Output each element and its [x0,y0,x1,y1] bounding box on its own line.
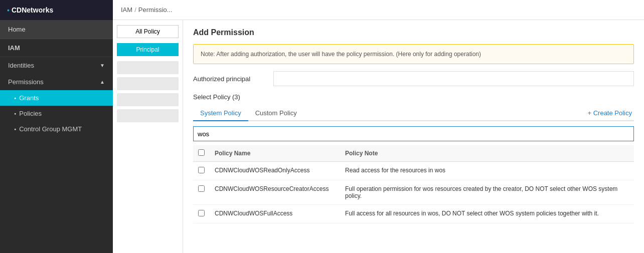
sidebar-iam-header: IAM [0,39,113,57]
policy-note-cell: Full access for all resources in wos, DO… [340,205,634,223]
nav-home[interactable]: Home [0,20,113,39]
logo-text: CDNetworks [12,6,53,14]
select-policy-title: Select Policy (3) [193,93,634,101]
breadcrumb-separator: / [134,6,136,14]
sidebar-item-grants[interactable]: ● Grants [0,90,113,106]
policy-note-cell: Full operation permission for wos resour… [340,180,634,205]
select-all-checkbox[interactable] [198,149,205,156]
dot-icon: ● [14,112,16,115]
dot-icon: ● [14,96,16,100]
authorized-principal-label: Authorized principal [193,75,268,83]
policy-name-cell: CDNWCloudWOSResourceCreatorAccess [210,180,340,205]
sidebar-section-identities[interactable]: Identities ▼ [0,57,113,74]
table-row: CDNWCloudWOSFullAccess Full access for a… [193,205,634,223]
sidebar-item-policies[interactable]: ● Policies [0,106,113,121]
th-policy-name: Policy Name [210,145,340,162]
breadcrumb: IAM / Permissio... [113,0,644,20]
th-policy-note: Policy Note [340,145,634,162]
authorized-principal-input[interactable] [273,71,634,86]
panel-title: Add Permission [193,28,634,37]
policy-name-cell: CDNWCloudWOSReadOnlyAccess [210,162,340,180]
all-policy-button[interactable]: All Policy [117,25,179,38]
tab-custom-policy[interactable]: Custom Policy [248,106,304,121]
row-checkbox[interactable] [198,167,205,173]
row-checkbox[interactable] [198,185,205,192]
policy-note-cell: Read access for the resources in wos [340,162,634,180]
chevron-up-icon: ▲ [100,79,105,85]
policy-name-cell: CDNWCloudWOSFullAccess [210,205,340,223]
chevron-down-icon: ▼ [100,63,105,68]
sidebar-section-permissions[interactable]: Permissions ▲ [0,74,113,90]
breadcrumb-current: Permissio... [138,6,173,14]
sidebar-item-control-group[interactable]: ● Control Group MGMT [0,121,113,137]
placeholder-row [117,61,179,74]
search-input[interactable] [193,126,634,141]
policy-table: Policy Name Policy Note CDNWCloudWOSRead… [193,145,634,223]
create-policy-link[interactable]: + Create Policy [587,109,634,117]
placeholder-row [117,109,179,122]
table-row: CDNWCloudWOSResourceCreatorAccess Full o… [193,180,634,205]
table-row: CDNWCloudWOSReadOnlyAccess Read access f… [193,162,634,180]
placeholder-row [117,93,179,106]
note-box: Note: After adding authorization, the us… [193,44,634,64]
row-checkbox[interactable] [198,210,205,216]
breadcrumb-iam[interactable]: IAM [121,6,132,14]
add-permission-panel: Add Permission Note: After adding author… [183,20,644,253]
th-checkbox [193,145,210,162]
app-logo: ▪ CDNetworks [0,0,113,20]
tab-system-policy[interactable]: System Policy [193,106,248,121]
dot-icon: ● [14,127,16,131]
placeholder-row [117,77,179,90]
principal-tab[interactable]: Principal [117,43,179,56]
